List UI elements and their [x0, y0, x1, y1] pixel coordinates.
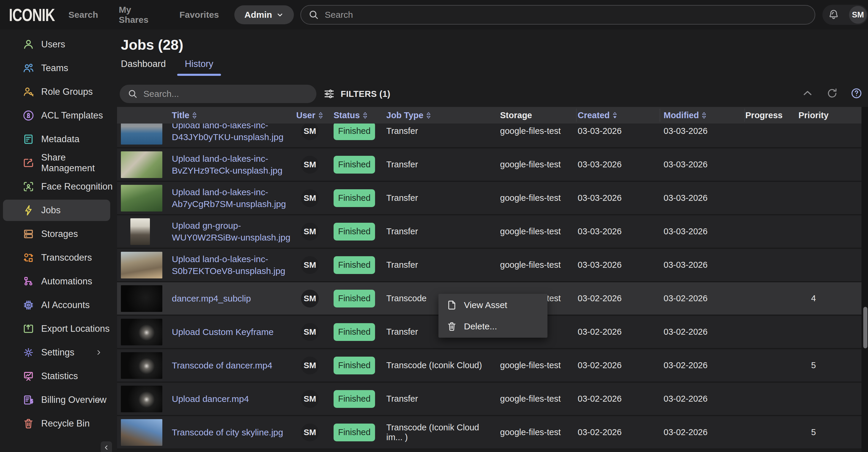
nav-my-shares[interactable]: My Shares	[119, 5, 159, 25]
sidebar-item-settings[interactable]: Settings	[0, 341, 116, 364]
table-toolbar: FILTERS (1)	[116, 85, 868, 103]
context-menu-item-view-asset[interactable]: View Asset	[438, 294, 548, 316]
sidebar-item-statistics[interactable]: Statistics	[0, 364, 116, 388]
storages-icon	[22, 228, 35, 240]
sidebar-item-label: Recycle Bin	[41, 418, 90, 429]
column-job-type[interactable]: Job Type	[383, 110, 497, 120]
user-avatar: SM	[301, 424, 319, 441]
table-row[interactable]: Upload land-o-lakes-inc-BvZYHz9TeCk-unsp…	[117, 149, 862, 182]
sidebar-item-billing-overview[interactable]: Billing Overview	[0, 388, 116, 412]
job-title-link[interactable]: Upload land-o-lakes-inc-S0b7EKTOeV8-unsp…	[172, 253, 296, 277]
job-title-link[interactable]: Upload land-o-lakes-inc-Ab7yCgRb7SM-unsp…	[172, 186, 296, 210]
column-separator[interactable]	[744, 109, 745, 122]
table-row[interactable]: Upload land-o-lakes-inc-Ab7yCgRb7SM-unsp…	[117, 182, 862, 215]
job-title-link[interactable]: Upload dancer.mp4	[172, 393, 296, 405]
asset-thumbnail	[121, 285, 162, 312]
sidebar-item-role-groups[interactable]: Role Groups	[0, 80, 116, 104]
user-avatar: SM	[301, 290, 319, 308]
job-type-cell: Transcode (Iconik Cloud)	[383, 360, 497, 370]
storage-cell: google-files-test	[497, 160, 575, 169]
face-recognition-icon	[22, 181, 35, 193]
admin-sidebar: Users Teams Role Groups ACL Templates Me…	[0, 30, 116, 452]
column-created[interactable]: Created	[575, 110, 661, 120]
storage-cell: google-files-test	[497, 427, 575, 437]
job-title-link[interactable]: Transcode of dancer.mp4	[172, 360, 296, 372]
asset-thumbnail	[130, 218, 150, 245]
sort-icon	[702, 112, 706, 119]
sidebar-item-share-management[interactable]: Share Management	[0, 151, 116, 175]
context-menu-label: Delete...	[464, 321, 497, 331]
sidebar-item-jobs[interactable]: Jobs	[0, 198, 116, 222]
main-content: Jobs (28) Dashboard History FILTERS (1)	[116, 30, 868, 452]
table-row[interactable]: Upload gn-group-WUY0W2RSiBw-unsplash.jpg…	[117, 215, 862, 249]
collapse-table-icon[interactable]	[801, 87, 814, 99]
iconik-logo[interactable]: ICONIK	[9, 4, 55, 25]
asset-thumbnail	[121, 252, 162, 279]
sidebar-item-metadata[interactable]: Metadata	[0, 127, 116, 151]
global-search-bar[interactable]	[300, 5, 815, 25]
notifications-bell-icon[interactable]	[827, 8, 840, 21]
column-user[interactable]: User	[296, 110, 334, 120]
job-title-link[interactable]: Upload land-o-lakes-inc-D43JYb0yTKU-unsp…	[172, 124, 296, 143]
transcoders-icon	[22, 252, 35, 264]
sidebar-collapse-button[interactable]	[101, 441, 112, 452]
modified-cell: 03-03-2026	[661, 193, 742, 203]
table-row[interactable]: Upload land-o-lakes-inc-D43JYb0yTKU-unsp…	[117, 124, 862, 149]
metadata-icon	[22, 133, 35, 146]
job-type-cell: Transfer	[383, 260, 497, 270]
status-badge: Finished	[334, 256, 375, 274]
scrollbar-track[interactable]	[862, 107, 868, 452]
sidebar-item-recycle-bin[interactable]: Recycle Bin	[0, 412, 116, 435]
job-title-link[interactable]: Transcode of city skyline.jpg	[172, 426, 296, 439]
modified-cell: 03-02-2026	[661, 294, 742, 303]
user-avatar[interactable]: SM	[849, 6, 867, 24]
filters-button[interactable]: FILTERS (1)	[323, 87, 391, 101]
user-avatar: SM	[301, 124, 319, 140]
job-type-cell: Transfer	[383, 160, 497, 169]
recycle-bin-icon	[22, 417, 35, 430]
sidebar-item-teams[interactable]: Teams	[0, 56, 116, 80]
jobs-search-bar[interactable]	[120, 85, 316, 103]
table-row[interactable]: Upload dancer.mp4 SM Finished Transfer g…	[117, 383, 862, 416]
job-title-link[interactable]: Upload land-o-lakes-inc-BvZYHz9TeCk-unsp…	[172, 153, 296, 176]
nav-search[interactable]: Search	[68, 10, 98, 20]
sidebar-item-acl-templates[interactable]: ACL Templates	[0, 104, 116, 127]
job-title-link[interactable]: Upload Custom Keyframe	[172, 326, 296, 338]
table-row[interactable]: Transcode of dancer.mp4 SM Finished Tran…	[117, 349, 862, 383]
job-title-link[interactable]: Upload gn-group-WUY0W2RSiBw-unsplash.jpg	[172, 220, 296, 244]
sidebar-item-transcoders[interactable]: Transcoders	[0, 246, 116, 269]
column-separator[interactable]	[660, 109, 660, 122]
column-separator[interactable]	[576, 109, 577, 122]
column-status[interactable]: Status	[334, 110, 383, 120]
column-title[interactable]: Title	[172, 110, 296, 120]
modified-cell: 03-02-2026	[661, 427, 742, 437]
acl-templates-icon	[22, 109, 35, 122]
table-row[interactable]: Transcode of city skyline.jpg SM Finishe…	[117, 416, 862, 450]
sidebar-item-export-locations[interactable]: Export Locations	[0, 317, 116, 341]
page-title: Jobs (28)	[121, 37, 183, 53]
global-search-input[interactable]	[325, 10, 815, 20]
context-menu-item-delete[interactable]: Delete...	[438, 316, 548, 337]
column-storage: Storage	[497, 110, 575, 120]
help-icon[interactable]	[850, 87, 863, 99]
tab-dashboard[interactable]: Dashboard	[121, 59, 166, 76]
sidebar-item-ai-accounts[interactable]: AI Accounts	[0, 293, 116, 317]
job-title-link[interactable]: dancer.mp4_subclip	[172, 293, 296, 304]
refresh-icon[interactable]	[826, 87, 838, 99]
admin-menu-button[interactable]: Admin	[234, 5, 294, 24]
tab-history[interactable]: History	[185, 59, 213, 76]
table-row[interactable]: Upload land-o-lakes-inc-S0b7EKTOeV8-unsp…	[117, 249, 862, 282]
job-type-cell: Transfer	[383, 394, 497, 404]
sidebar-item-users[interactable]: Users	[0, 33, 116, 56]
nav-favorites[interactable]: Favorites	[180, 10, 219, 20]
jobs-search-input[interactable]	[144, 89, 316, 99]
status-badge: Finished	[334, 424, 375, 441]
sidebar-item-face-recognition[interactable]: Face Recognition	[0, 175, 116, 198]
sidebar-item-storages[interactable]: Storages	[0, 222, 116, 246]
scrollbar-thumb[interactable]	[863, 307, 867, 348]
created-cell: 03-02-2026	[575, 294, 661, 303]
sidebar-item-automations[interactable]: Automations	[0, 269, 116, 293]
job-type-cell: Transfer	[383, 193, 497, 203]
column-modified[interactable]: Modified	[661, 110, 742, 120]
asset-thumbnail	[121, 419, 162, 446]
